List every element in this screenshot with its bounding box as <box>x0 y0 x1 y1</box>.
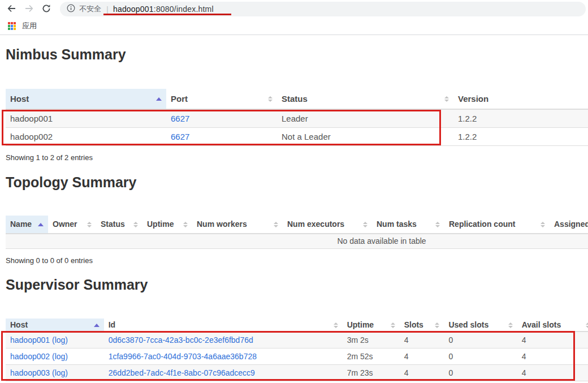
supervisor-host-link[interactable]: hadoop002 <box>10 352 50 361</box>
forward-icon[interactable] <box>24 4 34 13</box>
nimbus-port-link[interactable]: 6627 <box>166 109 277 128</box>
nimbus-summary-title: Nimbus Summary <box>6 46 588 62</box>
supervisor-summary-title: Supervisor Summary <box>6 277 588 292</box>
supervisor-id-link[interactable]: 26dd2bed-7adc-4f1e-8abc-07c96adcecc9 <box>109 368 255 377</box>
supervisor-host-link[interactable]: hadoop003 <box>10 368 50 377</box>
nimbus-status-cell: Not a Leader <box>277 128 453 146</box>
sort-icon <box>505 322 513 328</box>
sort-icon <box>387 322 395 328</box>
nimbus-port-link[interactable]: 6627 <box>166 128 277 146</box>
apps-grid-icon[interactable] <box>8 22 16 30</box>
sort-icon <box>330 322 338 328</box>
nimbus-host-cell: hadoop001 <box>6 109 166 128</box>
sort-asc-icon <box>156 97 162 101</box>
supervisor-host-cell: hadoop002 (log) <box>6 348 104 365</box>
nimbus-summary-table: Host Port Status Version hadoop001 6627 … <box>6 89 588 146</box>
supervisor-row: hadoop002 (log) 1cfa9966-7ac0-404d-9703-… <box>6 348 588 365</box>
supervisor-col-slots[interactable]: Slots <box>400 319 444 332</box>
supervisor-slots-cell: 4 <box>400 332 444 348</box>
url-text[interactable]: hadoop001:8080/index.html <box>113 5 214 14</box>
supervisor-col-host[interactable]: Host <box>6 319 104 332</box>
sort-icon <box>537 222 545 227</box>
supervisor-log-link[interactable]: (log) <box>52 352 68 361</box>
supervisor-id-cell: 26dd2bed-7adc-4f1e-8abc-07c96adcecc9 <box>104 365 343 381</box>
security-label[interactable]: 不安全 <box>79 4 101 14</box>
nimbus-status-cell: Leader <box>277 109 453 128</box>
omnibox-divider: | <box>106 5 109 14</box>
sort-icon <box>180 222 188 227</box>
supervisor-id-link[interactable]: 1cfa9966-7ac0-404d-9703-4a6aae36b728 <box>109 352 257 361</box>
nimbus-col-version[interactable]: Version <box>453 89 588 109</box>
sort-icon <box>431 322 439 328</box>
supervisor-row: hadoop003 (log) 26dd2bed-7adc-4f1e-8abc-… <box>6 365 588 381</box>
topology-col-num-executors[interactable]: Num executors <box>283 216 372 234</box>
supervisor-col-used-slots[interactable]: Used slots <box>444 319 517 332</box>
supervisor-avail-slots-cell: 4 <box>517 348 588 365</box>
supervisor-id-cell: 0d6c3870-7cca-42a3-bc0c-2e3ef6fbd76d <box>104 332 343 348</box>
sort-icon <box>441 96 449 102</box>
topology-col-num-tasks[interactable]: Num tasks <box>372 216 444 234</box>
supervisor-log-link[interactable]: (log) <box>52 368 68 377</box>
topology-col-assigned-mem[interactable]: Assigned Mem (MB) <box>550 216 588 234</box>
bookmarks-bar: 应用 <box>0 17 588 35</box>
sort-icon <box>130 222 138 227</box>
nimbus-row: hadoop002 6627 Not a Leader 1.2.2 <box>6 128 588 146</box>
info-icon[interactable] <box>67 4 75 15</box>
nimbus-showing-entries: Showing 1 to 2 of 2 entries <box>6 154 588 162</box>
browser-toolbar: 不安全 | hadoop001:8080/index.html <box>0 0 588 17</box>
supervisor-summary-table: Host Id Uptime Slots Used slots Avail sl… <box>6 319 588 381</box>
nimbus-col-host[interactable]: Host <box>6 89 166 109</box>
sort-icon <box>432 222 440 227</box>
supervisor-uptime-cell: 7m 23s <box>343 365 400 381</box>
no-data-message: No data available in table <box>6 234 588 249</box>
nimbus-version-cell: 1.2.2 <box>453 128 588 146</box>
supervisor-col-id[interactable]: Id <box>104 319 343 332</box>
topology-col-status[interactable]: Status <box>96 216 142 234</box>
topology-summary-title: Topology Summary <box>6 174 588 190</box>
supervisor-col-avail-slots[interactable]: Avail slots <box>517 319 588 332</box>
nimbus-col-status[interactable]: Status <box>277 89 453 109</box>
topology-showing-entries: Showing 0 to 0 of 0 entries <box>6 257 588 265</box>
topology-empty-row: No data available in table <box>6 234 588 249</box>
supervisor-host-cell: hadoop003 (log) <box>6 365 104 381</box>
back-icon[interactable] <box>7 4 16 13</box>
supervisor-avail-slots-cell: 4 <box>517 332 588 348</box>
apps-label[interactable]: 应用 <box>22 21 37 31</box>
topology-summary-table: Name Owner Status Uptime Num workers Num… <box>6 216 588 249</box>
topology-col-owner[interactable]: Owner <box>48 216 96 234</box>
topology-col-num-workers[interactable]: Num workers <box>192 216 283 234</box>
supervisor-row: hadoop001 (log) 0d6c3870-7cca-42a3-bc0c-… <box>6 332 588 348</box>
supervisor-host-link[interactable]: hadoop001 <box>10 335 50 345</box>
sort-icon <box>270 222 278 227</box>
topology-col-replication-count[interactable]: Replication count <box>444 216 550 234</box>
reload-icon[interactable] <box>42 4 51 13</box>
sort-icon <box>265 96 273 102</box>
supervisor-log-link[interactable]: (log) <box>52 335 68 345</box>
nimbus-version-cell: 1.2.2 <box>453 109 588 128</box>
supervisor-uptime-cell: 3m 2s <box>343 332 400 348</box>
supervisor-id-cell: 1cfa9966-7ac0-404d-9703-4a6aae36b728 <box>104 348 343 365</box>
nimbus-host-cell: hadoop002 <box>6 128 166 146</box>
supervisor-host-cell: hadoop001 (log) <box>6 332 104 348</box>
sort-asc-icon <box>38 223 44 226</box>
supervisor-id-link[interactable]: 0d6c3870-7cca-42a3-bc0c-2e3ef6fbd76d <box>109 335 253 345</box>
nimbus-col-port[interactable]: Port <box>166 89 277 109</box>
sort-icon <box>360 222 368 227</box>
supervisor-slots-cell: 4 <box>400 348 444 365</box>
sort-icon <box>582 322 588 328</box>
supervisor-slots-cell: 4 <box>400 365 444 381</box>
supervisor-col-uptime[interactable]: Uptime <box>343 319 400 332</box>
topology-col-uptime[interactable]: Uptime <box>142 216 192 234</box>
supervisor-used-slots-cell: 0 <box>444 348 517 365</box>
sort-icon <box>84 222 92 227</box>
sort-asc-icon <box>94 324 100 327</box>
supervisor-uptime-cell: 2m 52s <box>343 348 400 365</box>
nimbus-row: hadoop001 6627 Leader 1.2.2 <box>6 109 588 128</box>
supervisor-used-slots-cell: 0 <box>444 332 517 348</box>
address-bar[interactable]: 不安全 | hadoop001:8080/index.html <box>60 2 586 16</box>
supervisor-avail-slots-cell: 4 <box>517 365 588 381</box>
topology-col-name[interactable]: Name <box>6 216 48 234</box>
storm-ui-page: Nimbus Summary Host Port Status Version … <box>0 46 588 381</box>
supervisor-used-slots-cell: 0 <box>444 365 517 381</box>
